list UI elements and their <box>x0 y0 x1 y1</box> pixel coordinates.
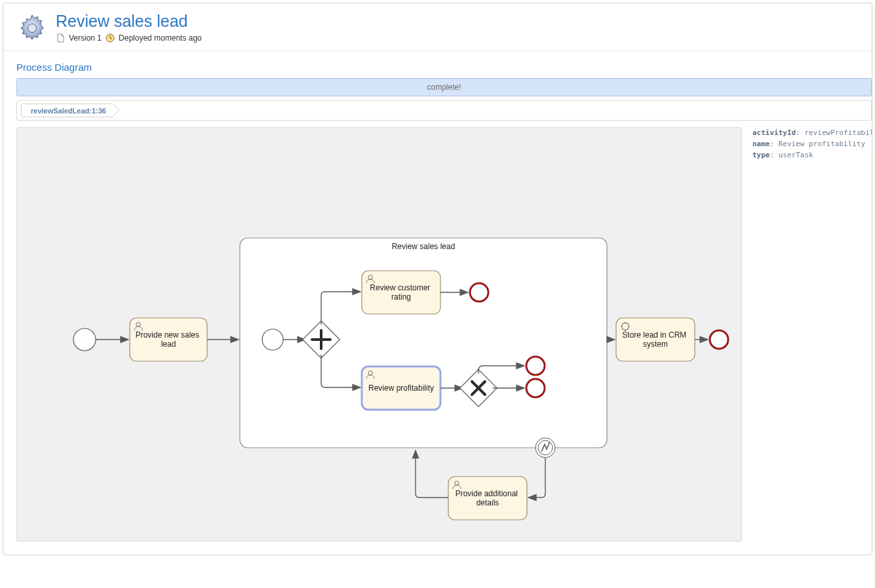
breadcrumb: reviewSaledLead:1:36 <box>16 100 872 121</box>
task-provide-additional-details[interactable]: Provide additional details <box>448 477 527 520</box>
deployed-label: Deployed moments ago <box>119 33 202 43</box>
canvas-row: Review sales lead Provide new sales <box>16 127 872 541</box>
process-end-event[interactable] <box>710 330 728 349</box>
page-title: Review sales lead <box>56 12 202 29</box>
page-subline: Version 1 Deployed moments ago <box>56 33 202 43</box>
clock-icon <box>106 33 115 43</box>
flow-details-to-pool <box>416 450 448 498</box>
version-label: Version 1 <box>69 33 102 43</box>
pool-label: Review sales lead <box>392 242 456 251</box>
task-label: Review profitability <box>368 383 434 393</box>
app-frame: Review sales lead Version 1 Deployed mom… <box>3 3 872 555</box>
task-review-customer-rating[interactable]: Review customer rating <box>362 271 440 314</box>
header-text-block: Review sales lead Version 1 Deployed mom… <box>56 12 202 43</box>
end-event-profit[interactable] <box>526 379 545 397</box>
gear-icon <box>16 12 48 44</box>
page-header: Review sales lead Version 1 Deployed mom… <box>3 3 872 51</box>
diagram-canvas[interactable]: Review sales lead Provide new sales <box>16 127 742 541</box>
inner-start-event[interactable] <box>262 329 283 350</box>
content-area: complete! reviewSaledLead:1:36 Review sa… <box>3 78 872 555</box>
end-event-rating[interactable] <box>470 283 488 302</box>
subprocess-pool[interactable] <box>240 238 607 448</box>
selection-metadata: activityId: reviewProfitability name: Re… <box>752 127 872 161</box>
task-provide-new-sales-lead[interactable]: Provide new sales lead <box>130 318 207 361</box>
flow-boundary-to-details <box>528 458 545 498</box>
document-icon <box>56 33 65 43</box>
section-title: Process Diagram <box>3 51 872 78</box>
task-store-lead-in-crm[interactable]: Store lead in CRM system <box>616 318 695 361</box>
svg-point-10 <box>526 357 545 375</box>
svg-point-0 <box>28 24 37 33</box>
error-end-event[interactable] <box>526 357 545 375</box>
breadcrumb-item[interactable]: reviewSaledLead:1:36 <box>21 104 113 117</box>
boundary-error-event[interactable] <box>535 438 555 458</box>
status-bar: complete! <box>16 78 872 96</box>
start-event[interactable] <box>73 328 96 351</box>
task-review-profitability[interactable]: Review profitability <box>362 366 440 410</box>
